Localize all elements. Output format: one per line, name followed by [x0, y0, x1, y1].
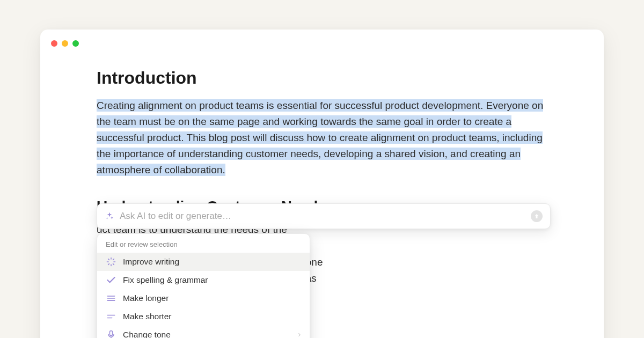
menu-item-improve-writing[interactable]: Improve writing	[97, 253, 310, 271]
ai-actions-menu: Edit or review selection Improve writing…	[97, 233, 310, 338]
arrow-up-icon	[533, 213, 540, 219]
menu-item-label: Improve writing	[123, 257, 179, 267]
svg-rect-5	[110, 331, 113, 336]
menu-item-label: Change tone	[123, 330, 171, 338]
ai-prompt-bar[interactable]: Ask AI to edit or generate…	[97, 203, 551, 229]
intro-paragraph[interactable]: Creating alignment on product teams is e…	[97, 98, 553, 178]
ai-input-placeholder[interactable]: Ask AI to edit or generate…	[120, 211, 531, 222]
page-title: Introduction	[97, 68, 553, 88]
submit-button[interactable]	[531, 210, 543, 222]
lines-long-icon	[106, 293, 116, 304]
lines-short-icon	[106, 311, 116, 322]
menu-item-make-shorter[interactable]: Make shorter	[97, 307, 310, 326]
close-window-button[interactable]	[51, 40, 57, 47]
window-controls	[51, 40, 79, 47]
menu-section-header: Edit or review selection	[97, 238, 310, 253]
selected-text[interactable]: Creating alignment on product teams is e…	[97, 99, 543, 176]
minimize-window-button[interactable]	[62, 40, 68, 47]
menu-item-label: Make longer	[123, 293, 169, 303]
menu-item-label: Make shorter	[123, 312, 171, 321]
menu-item-label: Fix spelling & grammar	[123, 275, 208, 285]
maximize-window-button[interactable]	[72, 40, 79, 47]
sparkle-icon	[105, 211, 114, 221]
chevron-right-icon	[297, 330, 302, 338]
check-icon	[106, 275, 116, 285]
menu-item-change-tone[interactable]: Change tone	[97, 326, 310, 338]
menu-item-make-longer[interactable]: Make longer	[97, 289, 310, 307]
menu-item-fix-spelling[interactable]: Fix spelling & grammar	[97, 271, 310, 289]
microphone-icon	[106, 329, 116, 338]
app-window: Introduction Creating alignment on produ…	[40, 30, 604, 338]
sparkle-burst-icon	[106, 256, 116, 267]
document-content: Introduction Creating alignment on produ…	[97, 68, 553, 178]
